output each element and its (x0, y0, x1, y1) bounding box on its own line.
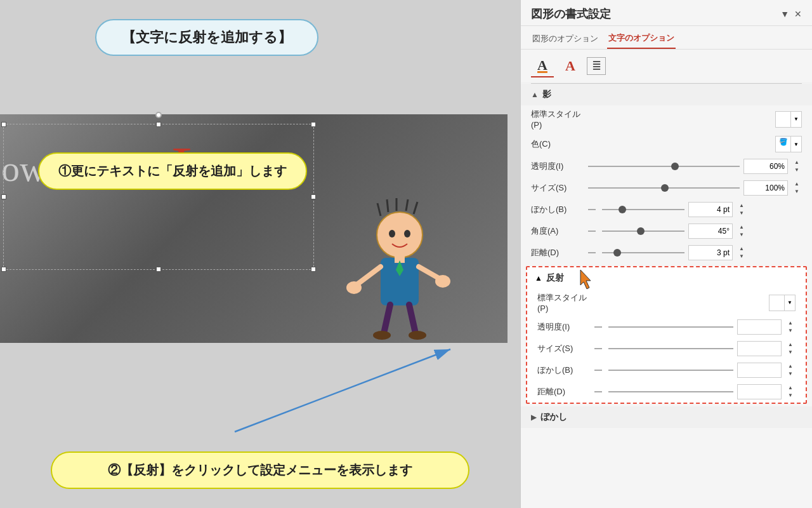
reflection-size-row: サイズ(S) ▲ ▼ (527, 338, 806, 359)
handle-br[interactable] (311, 267, 316, 272)
close-button[interactable]: ✕ (794, 9, 802, 19)
pin-button[interactable]: ▼ (780, 9, 789, 19)
bottom-callout-box: ②【反射】をクリックして設定メニューを表示します (51, 451, 469, 489)
reflection-size-slider[interactable] (608, 348, 733, 349)
handle-tl[interactable] (1, 122, 6, 127)
reflection-distance-row: 距離(D) ▲ ▼ (527, 381, 806, 403)
top-callout-text: 【文字に反射を追加する】 (122, 29, 292, 45)
tab-row: 図形のオプション 文字のオプション (521, 26, 812, 50)
shadow-angle-row: 角度(A) ▲ ▼ (521, 220, 812, 242)
shadow-distance-spinner[interactable]: ▲ ▼ (737, 245, 747, 260)
shadow-standard-style-control: ▼ (588, 111, 802, 128)
reflection-standard-style-label: 標準スタイル(P) (537, 292, 594, 313)
shadow-size-control: ▲ ▼ (588, 180, 802, 196)
shadow-distance-label: 距離(D) (531, 247, 588, 258)
shadow-transparency-spinner[interactable]: ▲ ▼ (792, 159, 802, 174)
tab-shape-options[interactable]: 図形のオプション (531, 30, 599, 48)
panel-header: 図形の書式設定 ▼ ✕ (521, 0, 812, 26)
reflection-style-dropdown[interactable]: ▼ (769, 295, 796, 311)
svg-point-13 (435, 275, 450, 288)
icon-row: A A ≣ (521, 50, 812, 83)
shadow-size-input[interactable] (743, 180, 788, 196)
svg-line-4 (406, 199, 408, 211)
blur-section-header[interactable]: ▶ ぼかし (521, 406, 812, 428)
shadow-color-row: 色(C) 🪣 ▼ (521, 133, 812, 156)
main-slide-area: 【文字に反射を追加する】 ①更にテキストに「反射を追加」します owerPoin… (0, 0, 520, 508)
shadow-blur-slider[interactable] (602, 209, 684, 210)
shadow-blur-control: ▲ ▼ (588, 202, 802, 217)
reflection-blur-control: ▲ ▼ (594, 363, 796, 378)
shadow-standard-style-row: 標準スタイル(P) ▼ (521, 105, 812, 133)
shadow-angle-input[interactable] (688, 224, 733, 239)
shadow-transparency-slider[interactable] (588, 166, 740, 167)
svg-line-1 (377, 203, 381, 216)
svg-line-2 (387, 199, 388, 212)
svg-point-14 (346, 281, 362, 294)
reflection-section-header[interactable]: ▲ 反射 (527, 267, 806, 289)
shadow-color-dropdown[interactable]: 🪣 ▼ (775, 136, 802, 152)
handle-bm[interactable] (156, 267, 161, 272)
reflection-distance-slider[interactable] (608, 391, 733, 392)
reflection-size-input[interactable] (737, 341, 782, 356)
reflection-blur-row: ぼかし(B) ▲ ▼ (527, 359, 806, 381)
shadow-transparency-control: ▲ ▼ (588, 159, 802, 174)
handle-ml[interactable] (1, 194, 6, 199)
mid-callout-text: ①更にテキストに「反射を追加」します (58, 164, 287, 178)
shadow-size-spinner[interactable]: ▲ ▼ (792, 180, 802, 196)
text-box-icon-btn[interactable]: ≣ (587, 57, 606, 75)
reflection-transparency-input[interactable] (737, 319, 782, 335)
text-effect-icon-btn[interactable]: A (559, 55, 582, 77)
handle-tm[interactable] (156, 122, 161, 127)
reflection-transparency-control: ▲ ▼ (594, 319, 796, 335)
reflection-blur-slider[interactable] (608, 370, 733, 371)
shadow-angle-control: ▲ ▼ (588, 224, 802, 239)
handle-bl[interactable] (1, 267, 6, 272)
shadow-distance-control: ▲ ▼ (588, 245, 802, 260)
shadow-angle-slider[interactable] (602, 231, 684, 232)
blur-section-arrow: ▶ (531, 413, 537, 422)
reflection-section-title: 反射 (546, 272, 564, 284)
reflection-transparency-row: 透明度(I) ▲ ▼ (527, 316, 806, 338)
reflection-transparency-label: 透明度(I) (537, 321, 594, 333)
shadow-size-label: サイズ(S) (531, 182, 588, 194)
shadow-transparency-input[interactable] (743, 159, 788, 174)
blur-section-title: ぼかし (540, 411, 567, 423)
text-fill-icon-btn[interactable]: A (531, 55, 554, 77)
reflection-distance-spinner[interactable]: ▲ ▼ (785, 384, 796, 399)
reflection-blur-spinner[interactable]: ▲ ▼ (785, 363, 796, 378)
right-panel: 図形の書式設定 ▼ ✕ 図形のオプション 文字のオプション A A ≣ ▲ 影 (520, 0, 812, 508)
shadow-size-slider[interactable] (588, 187, 740, 189)
rotate-handle[interactable] (155, 112, 162, 118)
shadow-blur-spinner[interactable]: ▲ ▼ (737, 202, 747, 217)
svg-point-6 (389, 230, 395, 237)
reflection-distance-input[interactable] (737, 384, 782, 399)
shadow-standard-style-label: 標準スタイル(P) (531, 109, 588, 130)
handle-tr[interactable] (311, 122, 316, 127)
shadow-blur-row: ぼかし(B) ▲ ▼ (521, 199, 812, 220)
shadow-angle-spinner[interactable]: ▲ ▼ (737, 224, 747, 239)
reflection-arrow: ▲ (535, 274, 542, 283)
svg-point-0 (377, 212, 422, 258)
shadow-blur-input[interactable] (688, 202, 733, 217)
tab-text-options[interactable]: 文字のオプション (607, 30, 676, 49)
reflection-standard-style-control: ▼ (594, 295, 796, 311)
shadow-style-dropdown[interactable]: ▼ (775, 111, 802, 128)
handle-mr[interactable] (311, 194, 316, 199)
text-selection-box[interactable] (3, 124, 314, 270)
bottom-callout-text: ②【反射】をクリックして設定メニューを表示します (108, 463, 412, 477)
reflection-transparency-spinner[interactable]: ▲ ▼ (785, 319, 796, 335)
panel-controls: ▼ ✕ (780, 9, 802, 19)
reflection-size-control: ▲ ▼ (594, 341, 796, 356)
shadow-section-header[interactable]: ▲ 影 (521, 84, 812, 105)
shadow-distance-input[interactable] (688, 245, 733, 260)
shadow-distance-slider[interactable] (602, 252, 684, 253)
shadow-section-title: 影 (542, 89, 551, 100)
reflection-blur-input[interactable] (737, 363, 782, 378)
reflection-size-spinner[interactable]: ▲ ▼ (785, 341, 796, 356)
reflection-transparency-slider[interactable] (608, 326, 733, 328)
shadow-color-control: 🪣 ▼ (588, 136, 802, 152)
shadow-arrow: ▲ (531, 90, 539, 99)
reflection-section: ▲ 反射 標準スタイル(P) ▼ 透明度(I) (526, 266, 807, 404)
reflection-distance-control: ▲ ▼ (594, 384, 796, 399)
mid-callout-box: ①更にテキストに「反射を追加」します (38, 152, 307, 190)
